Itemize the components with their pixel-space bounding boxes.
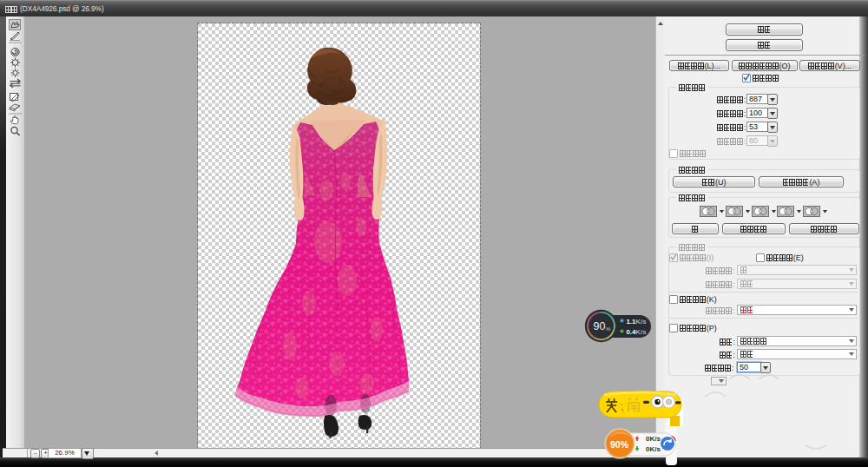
svg-text:90: 90 [594, 320, 606, 332]
svg-text:%: % [606, 326, 611, 332]
svg-text:90%: 90% [610, 439, 629, 450]
svg-text:0K/s: 0K/s [646, 435, 661, 443]
svg-text:1.1K/s: 1.1K/s [627, 318, 648, 326]
svg-text:0K/s: 0K/s [646, 445, 661, 453]
svg-text:0.4K/s: 0.4K/s [627, 328, 648, 336]
